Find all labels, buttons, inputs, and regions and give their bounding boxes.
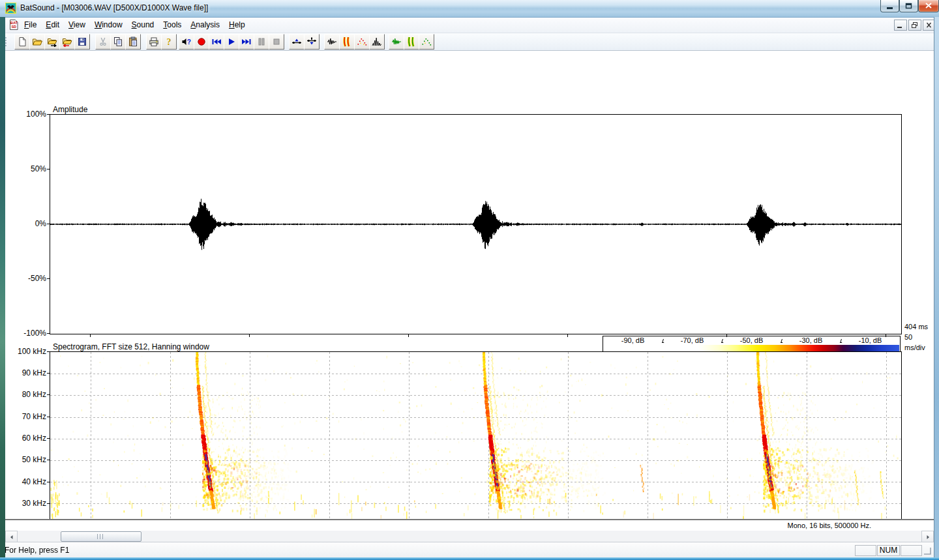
spectrogram-panel-title: Spectrogram, FFT size 512, Hanning windo… xyxy=(53,342,209,351)
close-button[interactable] xyxy=(918,0,939,12)
scroll-left-icon xyxy=(9,535,14,540)
open-next-file-button[interactable] xyxy=(44,34,60,50)
status-help-text: For Help, press F1 xyxy=(5,546,69,555)
status-indicator-empty xyxy=(855,545,876,556)
db-scale-label: -90, dB xyxy=(603,337,663,344)
record-icon xyxy=(196,37,207,47)
menu-item-tools[interactable]: Tools xyxy=(158,18,186,33)
amplitude-axis-label: 50% xyxy=(16,165,46,173)
scrollbar-thumb[interactable] xyxy=(61,531,142,542)
fast-forward-button[interactable] xyxy=(239,34,254,50)
amplitude-axis-label: 100% xyxy=(16,110,46,118)
print-button[interactable] xyxy=(146,34,162,50)
help-about-button[interactable]: ? xyxy=(161,34,177,50)
axis-tick xyxy=(47,417,50,417)
stop-icon xyxy=(271,37,282,47)
axis-tick xyxy=(726,334,727,337)
show-waveform-button[interactable] xyxy=(324,34,340,50)
frequency-axis-label: 60 kHz xyxy=(16,434,46,442)
mdi-minimize-icon xyxy=(895,20,906,30)
window-frame-left xyxy=(0,17,5,557)
menu-item-view[interactable]: View xyxy=(64,18,90,33)
spectrum-red-icon xyxy=(357,37,367,47)
scroll-right-icon xyxy=(925,535,931,540)
show-spectrum-button[interactable] xyxy=(354,34,370,50)
save-file-button[interactable] xyxy=(74,34,90,50)
menu-item-sound[interactable]: Sound xyxy=(127,18,159,33)
copy-button[interactable] xyxy=(110,34,126,50)
menu-item-file[interactable]: File xyxy=(20,18,41,33)
menu-item-analysis[interactable]: Analysis xyxy=(186,18,224,33)
toolbar: ?? xyxy=(0,33,939,51)
show-power-spectrum-button[interactable] xyxy=(369,34,385,50)
frequency-axis-label: 40 kHz xyxy=(16,478,46,486)
mdi-restore-button[interactable] xyxy=(908,20,921,31)
stop-button xyxy=(269,34,284,50)
threshold-line-icon xyxy=(291,37,302,47)
db-color-scale: -90, dB-70, dB-50, dB-30, dB-10, dB xyxy=(603,336,901,353)
restore-icon xyxy=(900,0,917,12)
amplitude-threshold-settings-button[interactable] xyxy=(304,34,320,50)
mdi-window-buttons xyxy=(894,20,936,31)
open-previous-file-button[interactable] xyxy=(59,34,75,50)
menu-bar: BAT SD FileEditViewWindowSoundToolsAnaly… xyxy=(0,18,939,33)
play-button[interactable] xyxy=(224,34,239,50)
scrollbar-grip xyxy=(97,534,104,539)
minimize-icon xyxy=(881,0,899,12)
rewind-icon xyxy=(211,37,222,47)
menu-item-edit[interactable]: Edit xyxy=(41,18,64,33)
amplitude-axis-label: -100% xyxy=(16,329,46,337)
window-frame-bottom xyxy=(0,557,939,560)
fast-forward-icon xyxy=(241,37,252,47)
realtime-spectrum-button[interactable] xyxy=(419,34,434,50)
record-button[interactable] xyxy=(194,34,209,50)
realtime-waveform-button[interactable] xyxy=(389,34,404,50)
paste-button[interactable] xyxy=(125,34,141,50)
axis-tick xyxy=(47,169,50,169)
axis-tick xyxy=(47,373,50,374)
frequency-axis-label: 70 kHz xyxy=(16,413,46,420)
menu-item-window[interactable]: Window xyxy=(90,18,127,33)
save-icon xyxy=(77,37,87,47)
mdi-restore-icon xyxy=(909,20,921,30)
axis-tick xyxy=(47,114,50,115)
menu-items: FileEditViewWindowSoundToolsAnalysisHelp xyxy=(20,18,250,33)
menu-item-help[interactable]: Help xyxy=(224,18,250,33)
maximize-button[interactable] xyxy=(899,0,918,12)
realtime-spectrogram-button[interactable] xyxy=(404,34,419,50)
power-spectrum-black-icon xyxy=(372,37,382,47)
amplitude-axis-label: -50% xyxy=(16,274,46,282)
frequency-axis-label: 30 kHz xyxy=(16,499,46,507)
horizontal-scrollbar[interactable] xyxy=(5,531,934,542)
amplitude-threshold-button[interactable] xyxy=(289,34,305,50)
open-folder-icon xyxy=(32,37,42,47)
minimize-button[interactable] xyxy=(880,0,899,12)
status-bar: For Help, press F1 NUM xyxy=(0,542,939,558)
window-frame-right xyxy=(934,17,939,557)
axis-tick xyxy=(47,482,50,482)
svg-text:SD: SD xyxy=(12,25,17,29)
help-icon: ? xyxy=(164,37,174,47)
waveform-canvas[interactable] xyxy=(50,115,901,334)
status-indicator-num: NUM xyxy=(877,545,900,556)
show-spectrogram-button[interactable] xyxy=(339,34,355,50)
new-file-icon xyxy=(17,37,27,47)
axis-tick xyxy=(47,278,50,279)
time-total-label: 404 ms xyxy=(904,321,934,332)
open-file-button[interactable] xyxy=(29,34,45,50)
db-scale-label: -70, dB xyxy=(663,337,722,344)
axis-tick xyxy=(47,333,50,334)
time-per-div-label: 50 ms/div xyxy=(904,332,934,353)
db-scale-label: -10, dB xyxy=(841,337,900,344)
format-info-bar: Mono, 16 bits, 500000 Hz. xyxy=(5,519,934,531)
axis-tick xyxy=(249,334,250,337)
resize-grip[interactable] xyxy=(922,546,932,555)
sound-settings-button[interactable]: ? xyxy=(179,34,194,50)
new-file-button[interactable] xyxy=(14,34,30,50)
waveform-panel-title: Amplitude xyxy=(53,105,87,114)
rewind-button[interactable] xyxy=(209,34,224,50)
cut-button xyxy=(95,34,111,50)
waveform-plot[interactable] xyxy=(50,114,902,334)
axis-tick xyxy=(567,334,568,337)
mdi-minimize-button[interactable] xyxy=(894,20,907,31)
